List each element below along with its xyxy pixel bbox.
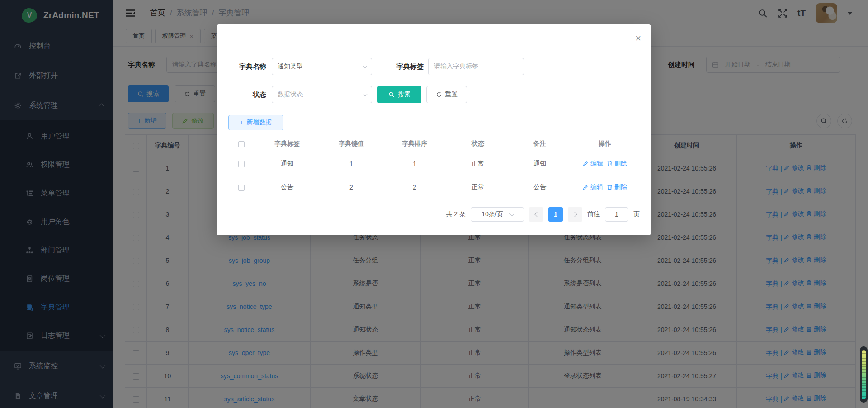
app-screen: V ZrAdmin.NET 控制台 外部打开 系统管理 用户管理 [0,0,868,408]
cell-status: 正常 [446,152,509,176]
modal-add-data-button[interactable]: + 新增数据 [228,115,283,130]
modal-search-button-label: 搜索 [398,90,410,99]
modal-status-select[interactable]: 数据状态 [272,86,372,103]
chevron-left-icon [534,212,539,217]
search-icon [388,91,395,98]
modal-status-label: 状态 [217,86,266,103]
refresh-icon [436,91,442,98]
page-size-select[interactable]: 10条/页 [471,207,524,222]
dict-data-modal: × 字典名称 通知类型 字典标签 请输入字典标签 状态 数据状态 搜索 重置 +… [217,24,651,235]
col-dict-value: 字典键值 [320,136,383,152]
scrollbar-track [860,346,868,403]
goto-page-input[interactable]: 1 [605,207,628,222]
modal-close-icon[interactable]: × [635,33,641,43]
modal-row-checkbox[interactable] [238,185,245,191]
page-size-value: 10条/页 [481,210,503,218]
modal-dict-label-label: 字典标签 [378,58,424,75]
plus-icon: + [240,119,243,126]
pagination-total: 共 2 条 [446,210,466,218]
modal-search-button[interactable]: 搜索 [377,86,421,103]
col-status: 状态 [446,136,509,152]
chevron-down-icon [509,211,514,216]
modal-pagination: 共 2 条 10条/页 1 前往 1 页 [446,207,640,222]
next-page-button[interactable] [568,207,582,222]
chevron-down-icon [363,63,368,68]
col-dict-label: 字典标签 [255,136,320,152]
modal-dict-name-select[interactable]: 通知类型 [272,58,372,75]
cell-dict-value: 2 [320,176,383,199]
modal-dict-name-value: 通知类型 [278,62,303,71]
modal-select-all-checkbox[interactable] [238,141,245,147]
col-dict-sort: 字典排序 [383,136,446,152]
col-ops: 操作 [570,136,640,152]
trash-icon [607,161,613,166]
delete-link[interactable]: 删除 [607,160,627,168]
modal-table-row: 公告 2 2 正常 公告 编辑 删除 [228,176,640,199]
prev-page-button[interactable] [529,207,543,222]
cell-remark: 公告 [509,176,570,199]
chevron-right-icon [572,212,577,217]
cell-dict-sort: 2 [383,176,446,199]
dict-data-table: 字典标签 字典键值 字典排序 状态 备注 操作 通知 1 1 正常 通知 编辑 … [228,136,640,199]
goto-label: 前往 [587,210,600,218]
modal-row-checkbox[interactable] [238,161,245,167]
cell-dict-label: 通知 [255,152,320,176]
scrollbar-thumb[interactable] [862,350,866,399]
modal-table-row: 通知 1 1 正常 通知 编辑 删除 [228,152,640,176]
pencil-icon [583,184,589,190]
modal-table-header-row: 字典标签 字典键值 字典排序 状态 备注 操作 [228,136,640,152]
pencil-icon [583,161,589,166]
cell-status: 正常 [446,176,509,199]
edit-link[interactable]: 编辑 [583,160,603,168]
modal-add-data-button-label: 新增数据 [247,119,272,127]
modal-dict-label-placeholder: 请输入字典标签 [434,62,478,71]
chevron-down-icon [363,91,368,96]
col-remark: 备注 [509,136,570,152]
cell-dict-value: 1 [320,152,383,176]
cell-remark: 通知 [509,152,570,176]
modal-dict-name-label: 字典名称 [217,58,266,75]
modal-reset-button[interactable]: 重置 [426,86,467,103]
cell-dict-sort: 1 [383,152,446,176]
trash-icon [607,184,613,190]
page-1-button[interactable]: 1 [548,207,563,222]
modal-status-placeholder: 数据状态 [278,90,303,99]
modal-reset-button-label: 重置 [445,90,458,99]
cell-dict-label: 公告 [255,176,320,199]
page-unit-label: 页 [633,210,640,218]
modal-dict-label-input[interactable]: 请输入字典标签 [428,58,524,75]
edit-link[interactable]: 编辑 [583,183,603,191]
delete-link[interactable]: 删除 [607,183,627,191]
